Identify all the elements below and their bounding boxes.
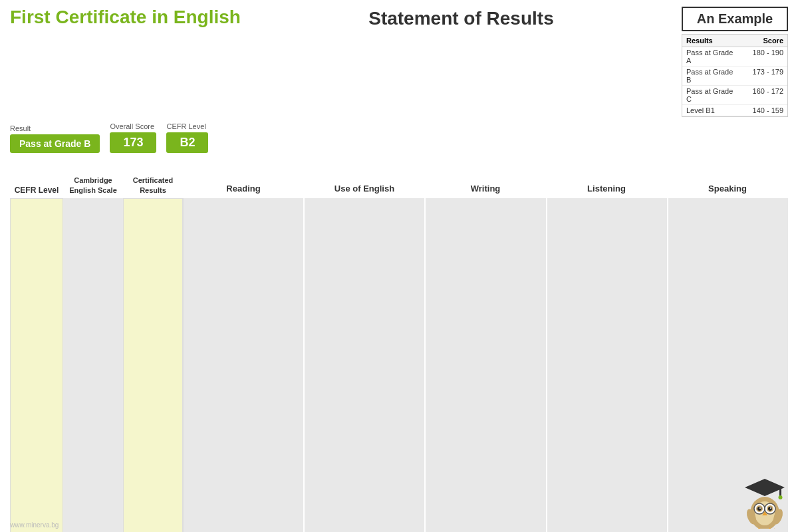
overall-score-title: Overall Score <box>110 122 156 130</box>
subject-col-listening: 178 <box>546 198 667 532</box>
score-arrow-use-of-english: 173 <box>310 369 419 385</box>
watermark: www.minerva.bg <box>10 521 59 529</box>
table-row: Level B1 140 - 159 <box>682 105 787 116</box>
result-badges-row: Result Pass at Grade B Overall Score 173… <box>10 122 788 153</box>
subject-band <box>547 418 667 532</box>
col-header-reading: Reading <box>183 184 304 195</box>
subject-col-use-of-english: 173 <box>303 198 424 532</box>
score-arrow-listening: 178 <box>553 354 662 370</box>
col-header-score: Score <box>741 35 787 47</box>
subjects-body: 170 173 168 178 175 <box>183 198 788 532</box>
subject-band <box>547 198 667 293</box>
col-header-listening: Listening <box>546 184 667 195</box>
example-box: An Example <box>682 7 788 31</box>
statement-title: Statement of Results <box>241 7 682 29</box>
top-right-area: An Example Results Score Pass at Grade A… <box>682 7 788 117</box>
subject-band <box>305 293 424 418</box>
table-row: Pass at Grade C 160 - 172 <box>682 86 787 105</box>
page-wrapper: First Certificate in English Statement o… <box>0 0 798 532</box>
result-score-b1: 140 - 159 <box>741 105 787 116</box>
cefr-band-b1: B1 <box>11 419 63 482</box>
subject-band <box>668 293 788 418</box>
score-arrow-speaking: 175 <box>674 363 783 379</box>
result-score-c: 160 - 172 <box>741 86 787 104</box>
svg-point-11 <box>759 507 761 509</box>
result-label-a: Pass at Grade A <box>682 47 741 66</box>
cefr-badge: B2 <box>166 132 208 153</box>
result-score-a: 180 - 190 <box>741 47 787 66</box>
cefr-col-badge: CEFR Level B2 <box>166 122 208 153</box>
table-row: Pass at Grade B 173 - 179 <box>682 66 787 86</box>
subject-band <box>305 418 424 532</box>
col-header-writing: Writing <box>425 184 546 195</box>
result-label-b: Pass at Grade B <box>682 66 741 85</box>
subject-col-writing: 168 <box>424 198 545 532</box>
ruler-col: 120130140150160170180190200210220230 <box>63 198 123 532</box>
col-header-use-of-english: Use of English <box>304 184 425 195</box>
table-header: Results Score <box>682 35 787 47</box>
grade-b-arrow: Grade B <box>126 360 180 377</box>
left-section: CEFR Level Cambridge English Scale Certi… <box>10 158 183 532</box>
col-header-speaking: Speaking <box>667 184 788 195</box>
col-header-results: Results <box>682 35 741 47</box>
cefr-level-col-header: CEFR Level <box>10 186 63 195</box>
subject-band <box>426 418 545 532</box>
result-label-b1: Level B1 <box>682 105 741 116</box>
score-arrow-writing: 168 <box>431 385 540 401</box>
score-arrow-reading: 170 <box>189 379 298 395</box>
cefr-band-c2: C2 <box>11 199 63 293</box>
cefr-band-b2: B2 <box>11 356 63 419</box>
chart-container: CEFR Level Cambridge English Scale Certi… <box>10 158 788 532</box>
cambridge-english-col-header: Cambridge English Scale <box>63 176 123 195</box>
svg-marker-0 <box>745 479 785 496</box>
svg-point-2 <box>779 495 783 499</box>
level-b1-label: Level B1 <box>126 432 180 442</box>
header: First Certificate in English Statement o… <box>10 7 788 117</box>
right-section: Reading Use of English Writing Listening… <box>183 158 788 532</box>
subject-band <box>426 198 545 293</box>
cert-results-col: Grade AGrade BGrade CLevel B1 <box>123 198 183 532</box>
overall-score-col: Overall Score 173 <box>110 122 156 153</box>
page-title: First Certificate in English <box>10 7 241 28</box>
subject-band <box>668 198 788 293</box>
result-label-c: Pass at Grade C <box>682 86 741 104</box>
result-score-b: 173 - 179 <box>741 66 787 85</box>
overall-score-badge: 173 <box>110 132 156 153</box>
svg-point-9 <box>757 507 761 511</box>
subject-band <box>305 198 424 293</box>
svg-point-10 <box>768 507 772 511</box>
results-score-table: Results Score Pass at Grade A 180 - 190 … <box>682 34 788 117</box>
result-col-title: Result <box>10 124 100 132</box>
scale-body: C2C1B2B1A2 12013014015016017018019020021… <box>10 198 183 532</box>
subject-col-reading: 170 <box>183 198 303 532</box>
subject-band <box>184 418 303 532</box>
grade-a-arrow: Grade A <box>126 325 180 355</box>
subject-band <box>184 293 303 418</box>
subject-band <box>184 198 303 293</box>
grade-badge: Pass at Grade B <box>10 134 100 153</box>
cefr-level-title: CEFR Level <box>166 122 208 130</box>
certificated-results-col-header: Certificated Results <box>123 176 183 195</box>
grade-c-arrow: Grade C <box>126 382 180 418</box>
result-col: Result Pass at Grade B <box>10 124 100 153</box>
table-row: Pass at Grade A 180 - 190 <box>682 47 787 66</box>
col-headers-left: CEFR Level Cambridge English Scale Certi… <box>10 158 183 198</box>
svg-point-12 <box>770 507 771 509</box>
subject-headers: Reading Use of English Writing Listening… <box>183 158 788 198</box>
owl-icon <box>738 475 791 529</box>
cefr-band-c1: C1 <box>11 293 63 356</box>
cefr-band-col: C2C1B2B1A2 <box>10 198 63 532</box>
